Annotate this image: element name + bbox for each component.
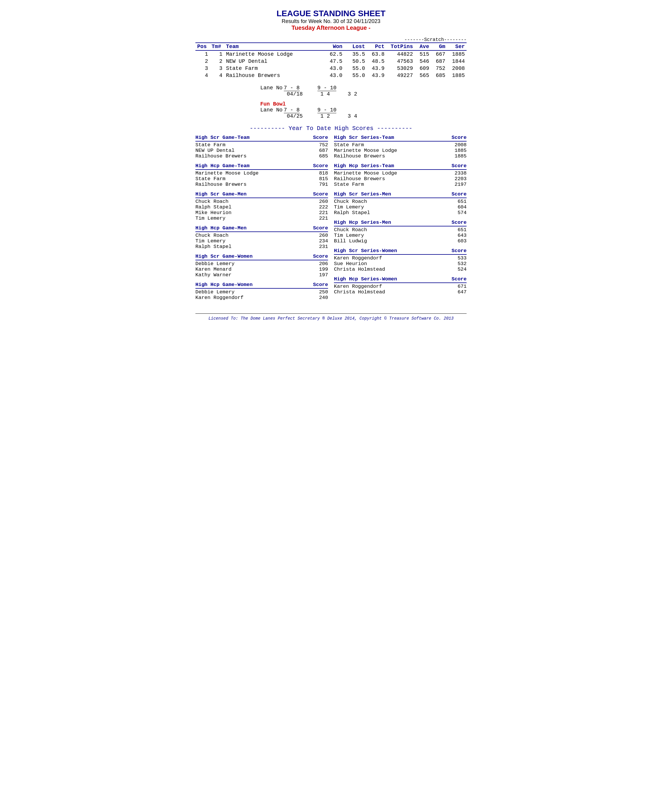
cell-pct: 43.9: [367, 65, 386, 72]
cell-tm: 3: [210, 65, 224, 72]
high-scores-container: High Scr Game-Team Score State Farm 752 …: [195, 135, 467, 305]
hs-category-label: High Hcp Series-Women: [334, 276, 397, 282]
hs-entry-name: Debbie Lemery: [195, 289, 310, 295]
hs-score-label: Score: [452, 191, 467, 197]
list-item: Karen Menard 199: [195, 267, 328, 272]
list-item: Marinette Moose Lodge 1885: [334, 148, 467, 153]
cell-team: Marinette Moose Lodge: [224, 50, 321, 58]
hs-section: High Hcp Series-Women Score Karen Roggen…: [334, 276, 467, 295]
hs-entry-score: 197: [310, 272, 328, 278]
list-item: Tim Lemery 221: [195, 215, 328, 221]
hs-category-label: High Hcp Game-Women: [195, 282, 252, 288]
hs-section: High Hcp Game-Men Score Chuck Roach 260 …: [195, 225, 328, 249]
hs-entry-name: Kathy Warner: [195, 272, 310, 278]
hs-entry-score: 199: [310, 267, 328, 272]
hs-entry-score: 206: [310, 261, 328, 267]
list-item: Tim Lemery 604: [334, 204, 467, 210]
list-item: State Farm 2197: [334, 182, 467, 187]
hs-entry-name: State Farm: [334, 182, 449, 187]
hs-category-label: High Scr Game-Women: [195, 254, 252, 259]
cell-lost: 50.5: [344, 58, 367, 65]
hs-entry-score: 221: [310, 215, 328, 221]
lane-val1-1: 1 4: [320, 91, 330, 97]
hs-section: High Scr Series-Men Score Chuck Roach 65…: [334, 191, 467, 215]
hs-category-header: High Scr Game-Team Score: [195, 135, 328, 141]
footer-license: Licensed To: The Dome Lanes Perfect Secr…: [195, 314, 467, 321]
hs-category-header: High Scr Game-Men Score: [195, 191, 328, 198]
hs-entry-score: 231: [310, 244, 328, 249]
fun-bowl-date: 04/25: [287, 113, 303, 119]
hs-entry-score: 2203: [449, 176, 467, 182]
hs-entry-name: State Farm: [195, 176, 310, 182]
hs-category-label: High Scr Game-Team: [195, 135, 250, 140]
hs-category-header: High Scr Series-Women Score: [334, 248, 467, 255]
hs-score-label: Score: [452, 135, 467, 140]
hs-entry-score: 222: [310, 204, 328, 210]
hs-entry-name: NEW UP Dental: [195, 148, 310, 153]
cell-tm: 4: [210, 72, 224, 79]
hs-entry-name: Chuck Roach: [334, 199, 449, 204]
cell-team: State Farm: [224, 65, 321, 72]
cell-won: 43.0: [321, 65, 344, 72]
cell-pos: 4: [195, 72, 210, 79]
hs-category-header: High Hcp Series-Men Score: [334, 220, 467, 227]
col-lost: Lost: [344, 43, 367, 50]
hs-score-label: Score: [313, 282, 328, 288]
list-item: Chuck Roach 260: [195, 233, 328, 238]
hs-entry-score: 2197: [449, 182, 467, 187]
hs-entry-score: 752: [310, 142, 328, 148]
list-item: Christa Holmstead 647: [334, 289, 467, 295]
cell-ave: 546: [415, 58, 431, 65]
cell-pct: 43.9: [367, 72, 386, 79]
col-ave: Ave: [415, 43, 431, 50]
cell-pct: 63.8: [367, 50, 386, 58]
fun-bowl-col2-header: 9 - 10: [317, 107, 337, 113]
lane-schedule-1: Lane No 7 - 8 9 - 10 04/18 1 4 3 2: [260, 85, 467, 97]
list-item: State Farm 752: [195, 142, 328, 148]
list-item: Chuck Roach 651: [334, 227, 467, 233]
list-item: NEW UP Dental 687: [195, 148, 328, 153]
col-ser: Ser: [447, 43, 467, 50]
cell-won: 47.5: [321, 58, 344, 65]
cell-ave: 609: [415, 65, 431, 72]
hs-category-label: High Scr Series-Men: [334, 191, 391, 197]
hs-section: High Scr Game-Men Score Chuck Roach 260 …: [195, 191, 328, 221]
list-item: Sue Heurion 532: [334, 261, 467, 267]
cell-team: Railhouse Brewers: [224, 72, 321, 79]
cell-gm: 687: [431, 58, 447, 65]
high-scores-left: High Scr Game-Team Score State Farm 752 …: [195, 135, 328, 305]
fun-bowl-lane-label: Lane No 7 - 8: [260, 107, 300, 113]
hs-category-header: High Hcp Game-Men Score: [195, 225, 328, 232]
hs-category-label: High Hcp Series-Men: [334, 220, 391, 225]
hs-entry-score: 643: [449, 233, 467, 238]
hs-category-label: High Scr Game-Men: [195, 191, 246, 197]
list-item: Ralph Stapel 574: [334, 210, 467, 215]
list-item: Mike Heurion 221: [195, 210, 328, 215]
hs-entry-score: 651: [449, 227, 467, 233]
page-title: LEAGUE STANDING SHEET: [195, 9, 467, 18]
cell-totpins: 47563: [386, 58, 415, 65]
list-item: Marinette Moose Lodge 818: [195, 170, 328, 176]
cell-tm: 2: [210, 58, 224, 65]
hs-category-label: High Hcp Series-Team: [334, 163, 394, 169]
cell-pos: 3: [195, 65, 210, 72]
hs-score-label: Score: [313, 191, 328, 197]
hs-entry-score: 250: [310, 289, 328, 295]
cell-team: NEW UP Dental: [224, 58, 321, 65]
list-item: Ralph Stapel 222: [195, 204, 328, 210]
cell-pos: 1: [195, 50, 210, 58]
hs-section: High Hcp Game-Women Score Debbie Lemery …: [195, 282, 328, 301]
hs-category-label: High Scr Series-Women: [334, 248, 397, 254]
cell-lost: 35.5: [344, 50, 367, 58]
hs-category-header: High Scr Series-Men Score: [334, 191, 467, 198]
subtitle: Results for Week No. 30 of 32 04/11/2023: [195, 18, 467, 24]
hs-entry-name: Railhouse Brewers: [334, 153, 449, 159]
hs-entry-score: 221: [310, 210, 328, 215]
scratch-header: -------Scratch--------: [195, 37, 467, 42]
hs-category-header: High Scr Series-Team Score: [334, 135, 467, 141]
cell-ser: 1885: [447, 50, 467, 58]
table-row: 2 2 NEW UP Dental 47.5 50.5 48.5 47563 5…: [195, 58, 467, 65]
list-item: State Farm 815: [195, 176, 328, 182]
list-item: Railhouse Brewers 685: [195, 153, 328, 159]
hs-entry-score: 234: [310, 238, 328, 244]
